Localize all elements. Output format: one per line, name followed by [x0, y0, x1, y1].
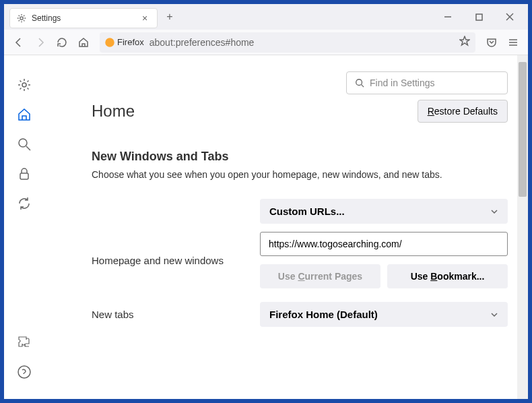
sidebar-item-help[interactable] [15, 363, 34, 381]
svg-point-14 [356, 80, 362, 86]
homepage-mode-select[interactable]: Custom URLs... [260, 199, 508, 224]
home-button[interactable] [74, 33, 93, 52]
new-tab-button[interactable]: + [162, 9, 178, 25]
section-title: New Windows and Tabs [92, 150, 508, 164]
browser-tab[interactable]: Settings × [9, 8, 158, 28]
sidebar-item-privacy[interactable] [15, 164, 34, 183]
firefox-icon [105, 38, 114, 47]
section-description: Choose what you see when you open your h… [92, 169, 508, 180]
maximize-button[interactable] [463, 6, 494, 28]
lock-icon [17, 166, 32, 181]
sync-icon [17, 196, 32, 211]
svg-line-11 [26, 146, 30, 150]
newtabs-label: New tabs [92, 309, 246, 320]
gear-icon [17, 13, 26, 23]
svg-point-5 [106, 38, 114, 46]
forward-button[interactable] [31, 33, 50, 52]
search-icon [355, 78, 364, 88]
home-icon [17, 107, 32, 122]
toolbar: Firefox about:preferences#home [4, 30, 528, 55]
svg-line-15 [362, 85, 364, 88]
svg-rect-12 [20, 173, 28, 179]
close-icon[interactable]: × [139, 13, 150, 24]
search-icon [17, 137, 32, 152]
pocket-button[interactable] [482, 33, 501, 52]
sidebar [4, 55, 44, 399]
close-button[interactable] [494, 6, 525, 28]
help-icon [17, 365, 32, 379]
sidebar-item-search[interactable] [15, 135, 34, 154]
menu-button[interactable] [504, 33, 523, 52]
content-area: Find in Settings Home Restore Defaults N… [4, 55, 528, 399]
svg-rect-2 [476, 14, 482, 20]
use-bookmark-button[interactable]: Use Bookmark... [387, 264, 508, 288]
use-current-pages-button[interactable]: Use Current Pages [260, 264, 380, 288]
minimize-button[interactable] [432, 6, 463, 28]
search-input[interactable]: Find in Settings [346, 71, 508, 94]
page-title: Home [92, 102, 135, 121]
tab-title: Settings [32, 13, 134, 23]
svg-point-0 [20, 17, 23, 20]
gear-icon [17, 78, 32, 92]
reload-button[interactable] [53, 33, 71, 52]
sidebar-item-general[interactable] [15, 75, 34, 94]
svg-point-9 [22, 83, 26, 87]
main-panel: Find in Settings Home Restore Defaults N… [44, 55, 528, 399]
back-button[interactable] [9, 33, 28, 52]
sidebar-item-sync[interactable] [15, 194, 34, 213]
puzzle-icon [17, 335, 32, 350]
svg-point-13 [18, 366, 30, 378]
url-bar[interactable]: Firefox about:preferences#home [100, 32, 475, 53]
homepage-label: Homepage and new windows [92, 255, 246, 266]
sidebar-item-extensions[interactable] [15, 333, 34, 352]
sidebar-item-home[interactable] [15, 105, 34, 124]
identity-box: Firefox [105, 37, 144, 47]
chevron-down-icon [490, 208, 498, 216]
window-controls [432, 6, 525, 28]
titlebar: Settings × + [4, 4, 528, 30]
svg-point-10 [19, 139, 27, 147]
homepage-url-input[interactable] [260, 232, 508, 256]
newtabs-mode-select[interactable]: Firefox Home (Default) [260, 302, 508, 327]
chevron-down-icon [490, 311, 498, 319]
url-text: about:preferences#home [149, 37, 454, 48]
bookmark-star-icon[interactable] [459, 36, 470, 49]
restore-defaults-button[interactable]: Restore Defaults [418, 100, 508, 123]
